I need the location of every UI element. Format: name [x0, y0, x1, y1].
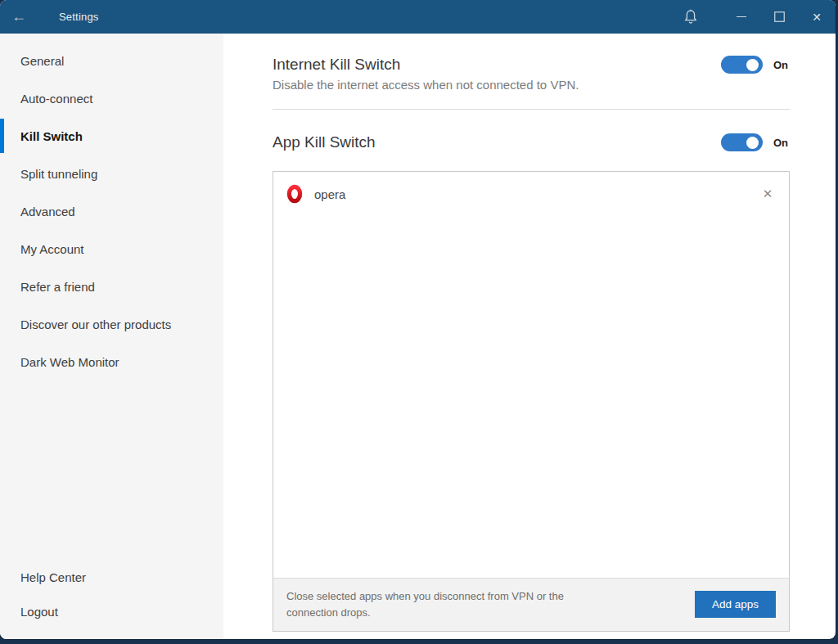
notifications-button[interactable]	[672, 0, 710, 34]
sidebar-item-label: Help Center	[20, 570, 86, 584]
app-list: opera ✕	[273, 172, 789, 578]
titlebar: ← Settings ✕	[0, 0, 836, 34]
settings-window: ← Settings ✕ General Auto	[0, 0, 836, 639]
panel-footer: Close selected apps when you disconnect …	[273, 578, 789, 631]
sidebar-item-dark-web-monitor[interactable]: Dark Web Monitor	[0, 343, 223, 381]
sidebar-item-help-center[interactable]: Help Center	[0, 560, 223, 594]
internet-kill-switch-section: Internet Kill Switch On	[273, 56, 790, 74]
app-kill-switch-state: On	[773, 137, 790, 149]
sidebar-item-kill-switch[interactable]: Kill Switch	[0, 117, 223, 155]
internet-kill-switch-toggle[interactable]	[721, 56, 763, 74]
back-button[interactable]: ←	[0, 0, 38, 34]
sidebar-footer: Help Center Logout	[0, 560, 223, 639]
internet-kill-switch-state: On	[773, 59, 790, 71]
opera-icon	[286, 184, 304, 204]
sidebar-item-label: General	[20, 54, 64, 68]
sidebar-item-label: Refer a friend	[20, 280, 95, 294]
sidebar-item-label: Kill Switch	[20, 129, 83, 143]
internet-kill-switch-toggle-wrap: On	[721, 56, 790, 74]
sidebar-item-discover-products[interactable]: Discover our other products	[0, 305, 223, 343]
app-list-item-opera: opera ✕	[273, 177, 789, 211]
sidebar: General Auto-connect Kill Switch Split t…	[0, 34, 223, 639]
app-kill-switch-toggle-wrap: On	[721, 133, 790, 151]
sidebar-item-my-account[interactable]: My Account	[0, 230, 223, 268]
bell-icon	[683, 8, 699, 26]
sidebar-item-logout[interactable]: Logout	[0, 594, 223, 628]
sidebar-item-label: Advanced	[20, 205, 75, 218]
close-icon: ✕	[812, 11, 822, 24]
internet-kill-switch-title: Internet Kill Switch	[273, 56, 400, 74]
sidebar-item-auto-connect[interactable]: Auto-connect	[0, 79, 223, 117]
maximize-icon	[774, 11, 785, 22]
app-body: General Auto-connect Kill Switch Split t…	[0, 34, 836, 639]
sidebar-nav-list: General Auto-connect Kill Switch Split t…	[0, 42, 223, 381]
sidebar-item-advanced[interactable]: Advanced	[0, 192, 223, 230]
maximize-button[interactable]	[760, 0, 798, 34]
window-title: Settings	[59, 11, 99, 23]
sidebar-item-label: Discover our other products	[20, 317, 171, 331]
back-arrow-icon: ←	[11, 8, 26, 25]
sidebar-item-label: Dark Web Monitor	[20, 355, 119, 369]
sidebar-item-label: Logout	[20, 605, 58, 619]
section-divider	[273, 109, 790, 110]
sidebar-item-label: Auto-connect	[20, 92, 92, 106]
app-kill-switch-panel: opera ✕ Close selected apps when you dis…	[273, 171, 790, 632]
sidebar-item-split-tunneling[interactable]: Split tunneling	[0, 155, 223, 192]
main-content: Internet Kill Switch On Disable the inte…	[223, 34, 836, 639]
app-kill-switch-toggle[interactable]	[721, 133, 763, 151]
sidebar-item-label: My Account	[20, 242, 84, 256]
toggle-knob	[746, 59, 759, 71]
remove-app-button[interactable]: ✕	[759, 185, 777, 203]
internet-kill-switch-description: Disable the internet access when not con…	[273, 78, 790, 92]
app-kill-switch-title: App Kill Switch	[273, 133, 376, 151]
minimize-button[interactable]	[723, 0, 760, 34]
add-apps-button[interactable]: Add apps	[695, 591, 776, 618]
close-button[interactable]: ✕	[798, 0, 836, 34]
panel-footer-note: Close selected apps when you disconnect …	[286, 588, 606, 621]
app-kill-switch-section: App Kill Switch On	[273, 133, 790, 151]
sidebar-item-general[interactable]: General	[0, 42, 223, 79]
toggle-knob	[746, 137, 759, 149]
app-name: opera	[314, 187, 759, 201]
sidebar-item-refer-a-friend[interactable]: Refer a friend	[0, 268, 223, 305]
sidebar-item-label: Split tunneling	[20, 167, 97, 181]
minimize-icon	[737, 16, 746, 17]
